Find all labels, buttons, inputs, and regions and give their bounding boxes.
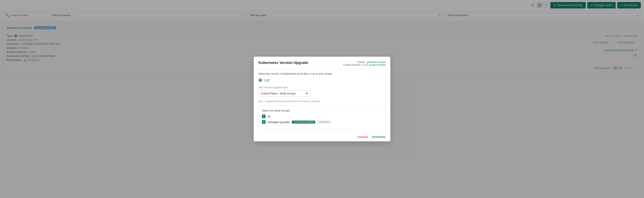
node-groups-title: Select the Node Groups	[262, 109, 382, 112]
node-group-all: All	[262, 115, 382, 118]
modal-version-label: Current Version:	[344, 63, 361, 66]
modal-cluster-info: Cluster: getstarted-cluster Current Vers…	[344, 61, 386, 66]
kubernetes-upgrade-modal: Kubernetes Version Upgrade Cluster: gets…	[254, 57, 390, 141]
checkbox-managed[interactable]	[262, 120, 266, 124]
modal-header: Kubernetes Version Upgrade Cluster: gets…	[254, 57, 390, 69]
node-version-badge: v1.21.14-eks-ba74326	[292, 121, 315, 124]
node-groups-section: Select the Node Groups All managed-ng-pu…	[258, 106, 386, 129]
modal-current-version: v1.21.14-eks-fb459a0	[362, 63, 386, 66]
radio-selected[interactable]	[258, 78, 262, 82]
modal-footer: CANCEL UPGRADE	[254, 133, 390, 141]
version-options: 1.22	[258, 78, 386, 82]
checkbox-all[interactable]	[262, 115, 266, 118]
upgrade-type-select[interactable]: Control Plane + Node Groups ▼	[258, 90, 311, 97]
upgrade-type-label: EKS Version Upgrade Type	[258, 86, 386, 89]
node-name: managed-ng-public	[268, 121, 290, 124]
version-option-1[interactable]: 1.22	[258, 78, 386, 82]
modal-body: Select the version of Kubernetes you'd l…	[254, 69, 390, 133]
cancel-button[interactable]: CANCEL	[357, 136, 368, 139]
modal-cluster-label: Cluster:	[357, 61, 366, 63]
version-option-label: 1.22	[264, 79, 270, 82]
modal-description: Select the version of Kubernetes you'd l…	[258, 72, 386, 75]
upgrade-note: Note : Upgrade will take approximately 4…	[258, 100, 386, 103]
modal-cluster-name[interactable]: getstarted-cluster	[367, 61, 386, 63]
upgrade-type-value: Control Plane + Node Groups	[261, 92, 296, 95]
upgrade-type-section: EKS Version Upgrade Type Control Plane +…	[258, 86, 386, 97]
node-all-label: All	[268, 115, 270, 118]
modal-overlay: Kubernetes Version Upgrade Cluster: gets…	[0, 0, 644, 198]
managed-badge: MANAGED	[317, 120, 332, 124]
upgrade-button[interactable]: UPGRADE	[372, 136, 386, 139]
node-group-managed: managed-ng-public v1.21.14-eks-ba74326 M…	[262, 120, 382, 124]
modal-title: Kubernetes Version Upgrade	[258, 61, 308, 65]
select-chevron-icon: ▼	[306, 92, 308, 95]
